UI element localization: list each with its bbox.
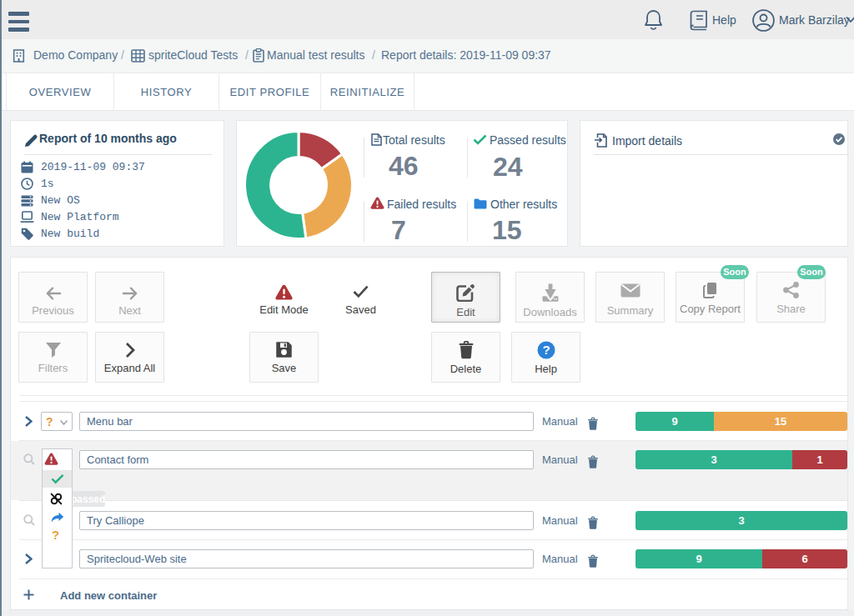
svg-text:?: ?	[542, 343, 550, 357]
